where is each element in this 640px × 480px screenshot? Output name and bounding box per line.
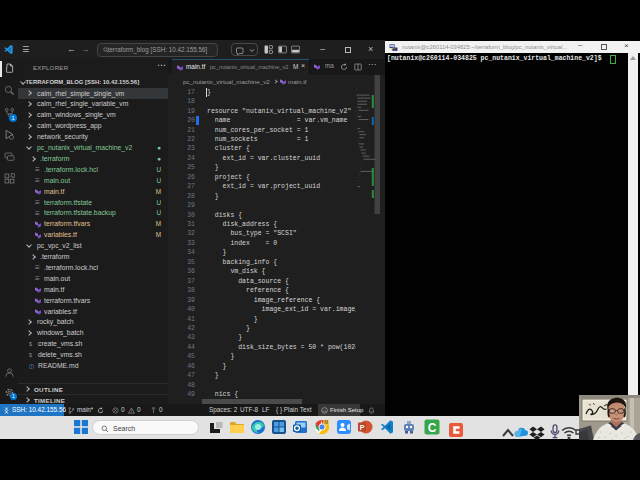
- svg-text:M: M: [324, 420, 328, 425]
- svg-text:C: C: [428, 421, 437, 435]
- svg-text:P: P: [360, 424, 365, 431]
